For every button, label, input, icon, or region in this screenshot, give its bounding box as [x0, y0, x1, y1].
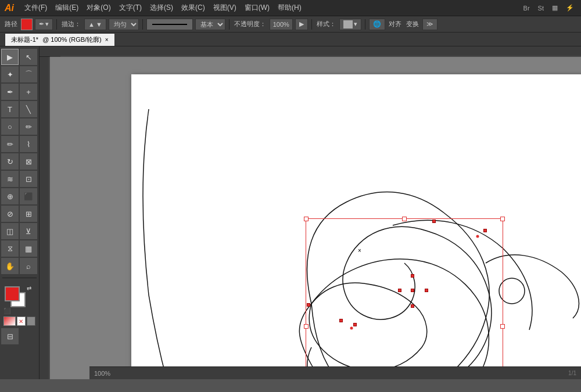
document-tab[interactable]: 未标题-1* @ 100% (RGB/轮廓) × — [5, 33, 115, 46]
menu-effect[interactable]: 效果(C) — [178, 2, 209, 14]
menu-select[interactable]: 选择(S) — [146, 2, 177, 14]
pen-dropdown[interactable]: ▾ — [45, 20, 49, 28]
lasso-btn[interactable]: ⌒ — [20, 66, 37, 82]
tool-row-6: ✏ ⌇ — [1, 136, 38, 152]
divider-5 — [365, 19, 365, 30]
menu-bar: 文件(F) 编辑(E) 对象(O) 文字(T) 选择(S) 效果(C) 视图(V… — [21, 2, 305, 14]
tab-bar: 未标题-1* @ 100% (RGB/轮廓) × — [0, 33, 581, 46]
scale-tool-btn[interactable]: ⊠ — [20, 153, 37, 170]
tool-row-11: ◫ ⊻ — [1, 223, 38, 239]
ruler-top-svg — [60, 46, 581, 57]
menu-view[interactable]: 视图(V) — [210, 2, 240, 14]
tool-row-13: ✋ ⌕ — [1, 258, 38, 274]
tool-row-8: ≋ ⊡ — [1, 171, 38, 187]
menu-object[interactable]: 对象(O) — [83, 2, 114, 14]
transform-label: 变换 — [406, 20, 419, 28]
tool-row-12: ⧖ ▦ — [1, 240, 38, 257]
app-logo: Ai — [5, 3, 14, 13]
stroke-width-btn[interactable]: ▲ ▼ — [84, 19, 106, 30]
warp-tool-btn[interactable]: ≋ — [1, 171, 19, 187]
live-paint-btn[interactable]: ⬛ — [20, 188, 37, 204]
fill-color-swatch[interactable] — [21, 19, 33, 30]
ruler-left-svg — [40, 57, 50, 379]
magic-wand-btn[interactable]: ✦ — [1, 66, 19, 82]
direct-select-tool-btn[interactable]: ↖ — [20, 49, 37, 65]
svg-point-4 — [499, 278, 525, 304]
tool-row-5: ○ ✏ — [1, 118, 38, 135]
canvas-scroll[interactable]: × 100% 1/1 — [50, 57, 581, 379]
tab-close-btn[interactable]: × — [105, 37, 109, 43]
line-tool-btn[interactable]: ╲ — [20, 101, 37, 117]
divider-3 — [229, 19, 229, 30]
stock-btn[interactable]: St — [536, 5, 546, 12]
tool-row-1: ▶ ↖ — [1, 49, 38, 65]
ellipse-tool-btn[interactable]: ○ — [1, 118, 19, 135]
tool-row-4: T ╲ — [1, 101, 38, 117]
pen-tool-indicator[interactable]: ✒ ▾ — [35, 19, 53, 30]
tool-separator — [2, 278, 37, 278]
no-color-btn[interactable]: ✕ — [17, 317, 26, 326]
ruler-left-wrap: × 100% 1/1 — [40, 57, 581, 379]
pen-tool-btn[interactable]: ✒ — [1, 84, 19, 100]
add-anchor-btn[interactable]: + — [20, 84, 37, 100]
column-chart-btn[interactable]: ▦ — [20, 240, 37, 257]
tool-row-10: ⊘ ⊞ — [1, 206, 38, 222]
mesh-btn[interactable]: ⊞ — [20, 206, 37, 222]
default-colors-icon[interactable]: ⬛ — [3, 308, 10, 314]
status-bar: 100% 1/1 — [89, 366, 581, 379]
shaper-tool-btn[interactable]: ⌇ — [20, 136, 37, 152]
zoom-level: 100% — [94, 370, 110, 377]
shape-builder-btn[interactable]: ⊕ — [1, 188, 19, 204]
canvas-area: × 100% 1/1 — [40, 46, 581, 379]
stroke-preview — [146, 19, 193, 30]
menu-type[interactable]: 文字(T) — [116, 2, 145, 14]
pen-icon: ✒ — [39, 20, 44, 28]
foreground-color-swatch[interactable] — [5, 286, 20, 301]
opacity-input[interactable] — [270, 19, 293, 30]
color-mode-btn[interactable] — [3, 317, 16, 326]
zoom-tool-btn[interactable]: ⌕ — [20, 258, 37, 274]
tool-row-7: ↻ ⊠ — [1, 153, 38, 170]
menu-window[interactable]: 窗口(W) — [241, 2, 273, 14]
bridge-btn[interactable]: Br — [521, 5, 532, 12]
hand-tool-btn[interactable]: ✋ — [1, 258, 19, 274]
eyedropper-btn[interactable]: ⊻ — [20, 223, 37, 239]
search-btn[interactable]: ⚡ — [564, 4, 576, 12]
stroke-profile-select[interactable]: 均匀 — [109, 19, 139, 30]
svg-rect-0 — [60, 46, 581, 57]
divider-2 — [142, 19, 143, 30]
pencil-tool-btn[interactable]: ✏ — [1, 136, 19, 152]
style-swatch — [343, 20, 353, 28]
ruler-left — [40, 57, 50, 379]
opacity-label: 不透明度： — [234, 20, 266, 28]
perspective-btn[interactable]: ⊘ — [1, 206, 19, 222]
style-label: 样式： — [317, 20, 336, 28]
type-tool-btn[interactable]: T — [1, 101, 19, 117]
rotate-tool-btn[interactable]: ↻ — [1, 153, 19, 170]
menu-file[interactable]: 文件(F) — [21, 2, 51, 14]
more-options-btn[interactable]: ≫ — [422, 19, 437, 30]
blend-tool-btn[interactable]: ⧖ — [1, 240, 19, 257]
stroke-line — [152, 24, 187, 25]
gradient-tool-btn[interactable]: ◫ — [1, 223, 19, 239]
color-pair: ⇄ ⬛ — [3, 285, 33, 314]
style-dropdown-icon[interactable]: ▾ — [354, 20, 357, 28]
free-transform-btn[interactable]: ⊡ — [20, 171, 37, 187]
canvas-page: × — [131, 74, 581, 379]
panels-btn[interactable]: ▦ — [550, 4, 560, 12]
artboard-btn[interactable]: ⊟ — [1, 328, 19, 344]
color-mode-row: ✕ — [3, 317, 35, 326]
style-picker[interactable]: ▾ — [339, 19, 361, 30]
menu-edit[interactable]: 编辑(E) — [52, 2, 82, 14]
swap-colors-icon[interactable]: ⇄ — [27, 285, 31, 292]
menu-help[interactable]: 帮助(H) — [274, 2, 305, 14]
stroke-type-select[interactable]: 基本 — [195, 19, 225, 30]
select-tool-btn[interactable]: ▶ — [1, 49, 19, 65]
opacity-arrow[interactable]: ▶ — [295, 19, 308, 30]
center-cross-mark: × — [358, 247, 361, 254]
web-icon-btn[interactable]: 🌐 — [369, 19, 385, 30]
brush-tool-btn[interactable]: ✏ — [20, 118, 37, 135]
toolbar: 路径 ✒ ▾ 描边： ▲ ▼ 均匀 基本 不透明度： ▶ 样式： ▾ 🌐 对齐 … — [0, 16, 581, 33]
none-swatch[interactable] — [27, 317, 35, 326]
divider-1 — [56, 19, 57, 30]
